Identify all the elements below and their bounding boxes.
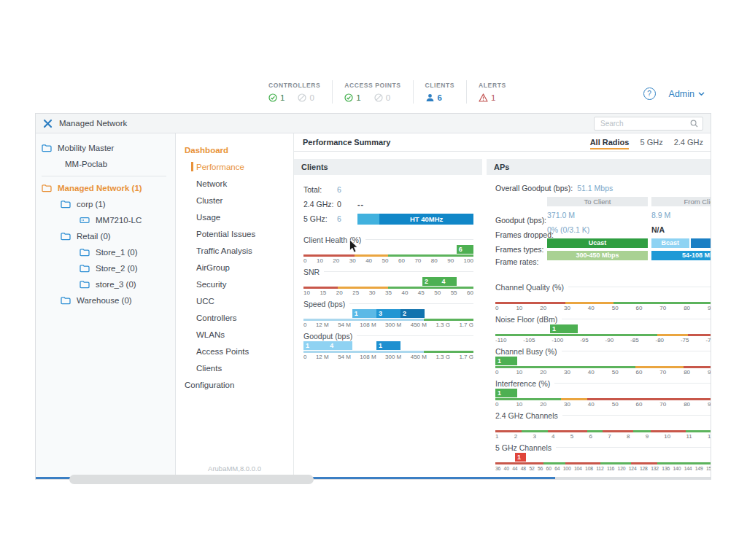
table-cell: 0% (0/3.1 K) bbox=[547, 224, 648, 236]
tree-item-mobility-master[interactable]: Mobility Master bbox=[36, 140, 175, 156]
tick-label: 64 bbox=[554, 465, 560, 472]
nav-item-ucc[interactable]: UCC bbox=[176, 292, 293, 309]
tab-5-ghz[interactable]: 5 GHz bbox=[640, 138, 662, 147]
tick-label: 124 bbox=[629, 465, 637, 472]
tick-label: 60 bbox=[636, 401, 643, 408]
radio-tabs: All Radios5 GHz2.4 GHz bbox=[590, 138, 703, 147]
axis-segment bbox=[355, 254, 389, 257]
chart-axis bbox=[303, 319, 473, 321]
axis-segment bbox=[633, 430, 651, 432]
tick-label: 100 bbox=[563, 465, 571, 472]
axis-segment bbox=[388, 254, 473, 257]
divider bbox=[365, 239, 473, 240]
nav-item-performance[interactable]: Performance bbox=[176, 158, 293, 175]
stat-controllers[interactable]: CONTROLLERS10 bbox=[257, 82, 332, 102]
axis-segment bbox=[522, 430, 548, 432]
axis-segment bbox=[338, 287, 389, 289]
stat-value: 1 bbox=[356, 93, 360, 102]
tab-all-radios[interactable]: All Radios bbox=[590, 138, 630, 149]
nav-item-label: Configuration bbox=[185, 381, 234, 389]
axis-segment bbox=[600, 462, 631, 464]
tick-label: 70 bbox=[659, 401, 666, 408]
nav-item-wlans[interactable]: WLANs bbox=[176, 326, 293, 343]
stat-clients[interactable]: CLIENTS6 bbox=[414, 82, 467, 102]
tick-label: -80 bbox=[655, 337, 664, 343]
user-menu[interactable]: Admin bbox=[669, 89, 705, 99]
nav-item-security[interactable]: Security bbox=[176, 276, 293, 292]
tree-item-warehouse-0[interactable]: Warehouse (0) bbox=[36, 292, 175, 308]
tick-label: 15 bbox=[320, 289, 326, 296]
nav-item-access-points[interactable]: Access Points bbox=[176, 343, 293, 359]
tree-item-store-3-0[interactable]: store_3 (0) bbox=[36, 276, 175, 292]
nav-item-airgroup[interactable]: AirGroup bbox=[176, 259, 293, 276]
window-title: Managed Network bbox=[59, 119, 127, 128]
stat-value: 0 bbox=[309, 93, 314, 102]
table-row-label: Goodput (bps): bbox=[495, 216, 543, 228]
tick-label: 40 bbox=[365, 257, 372, 264]
tree-item-mm7210-lc[interactable]: MM7210-LC bbox=[36, 212, 175, 228]
tick-label: 132 bbox=[651, 465, 659, 472]
chart-plot-area: 24 bbox=[303, 277, 473, 287]
chart-title: 5 GHz Channels bbox=[495, 443, 551, 452]
stat-item: 1 bbox=[344, 93, 360, 102]
tick-label: 52 bbox=[529, 465, 534, 472]
tree-item-corp-1[interactable]: corp (1) bbox=[36, 196, 175, 212]
tick-label: 144 bbox=[684, 465, 692, 472]
chart-ticks: 1015202530354045505560 bbox=[303, 289, 473, 296]
axis-segment bbox=[587, 398, 711, 400]
chart-ticks: -110-105-100-95-90-85-80-75-70 bbox=[495, 337, 711, 343]
tick-label: 9 bbox=[646, 433, 649, 440]
tick-label: 120 bbox=[618, 465, 626, 472]
tick-label: 50 bbox=[382, 257, 389, 264]
tick-label: 450 M bbox=[411, 354, 427, 360]
version-label: ArubaMM,8.0.0.0 bbox=[176, 464, 293, 472]
stat-alerts[interactable]: ALERTS1 bbox=[467, 82, 518, 102]
tab-2-4-ghz[interactable]: 2.4 GHz bbox=[674, 138, 703, 147]
nav-item-configuration[interactable]: Configuration bbox=[176, 376, 293, 393]
nav-item-usage[interactable]: Usage bbox=[176, 209, 293, 225]
stat-access-points[interactable]: ACCESS POINTS10 bbox=[333, 82, 412, 102]
nav-item-label: AirGroup bbox=[196, 263, 230, 272]
tree-item-retail-0[interactable]: Retail (0) bbox=[36, 228, 175, 244]
tick-label: 136 bbox=[662, 465, 670, 472]
tree-item-managed-network-1[interactable]: Managed Network (1) bbox=[36, 180, 175, 196]
tick-label: 30 bbox=[564, 369, 570, 376]
tick-label: 20 bbox=[540, 369, 546, 376]
nav-item-cluster[interactable]: Cluster bbox=[176, 192, 293, 209]
tree-item-store-1-0[interactable]: Store_1 (0) bbox=[36, 244, 175, 260]
nav-item-potential-issues[interactable]: Potential Issues bbox=[176, 225, 293, 242]
close-icon[interactable] bbox=[43, 119, 53, 128]
nav-item-controllers[interactable]: Controllers bbox=[176, 309, 293, 326]
search-box[interactable] bbox=[594, 117, 703, 131]
chart-bar: 4 bbox=[328, 341, 352, 350]
nav-item-network[interactable]: Network bbox=[176, 175, 293, 192]
nav-item-dashboard[interactable]: Dashboard bbox=[176, 141, 293, 158]
tick-label: 48 bbox=[521, 465, 526, 472]
nav-item-label: Clients bbox=[196, 364, 222, 373]
nav-item-label: Usage bbox=[196, 213, 220, 222]
nav-item-label: Potential Issues bbox=[196, 230, 255, 238]
axis-segment bbox=[303, 319, 424, 321]
help-icon[interactable]: ? bbox=[643, 88, 656, 100]
tick-label: -70 bbox=[705, 337, 711, 343]
divider bbox=[349, 303, 473, 304]
tree-item-mm-poclab[interactable]: MM-Poclab bbox=[36, 156, 175, 172]
nav-item-label: Dashboard bbox=[185, 146, 228, 155]
stat-row-value: 0 bbox=[337, 200, 357, 209]
tick-label: 1.7 G bbox=[459, 354, 473, 360]
search-icon bbox=[690, 120, 698, 128]
axis-segment bbox=[424, 319, 473, 321]
nav-item-clients[interactable]: Clients bbox=[176, 359, 293, 376]
axis-segment bbox=[495, 430, 522, 432]
background-window-artifact bbox=[69, 475, 314, 484]
tick-label: 20 bbox=[540, 305, 546, 311]
aps-panel-body: Overall Goodput (bps): 51.1 Mbps To Clie… bbox=[487, 175, 711, 479]
tree-item-store-2-0[interactable]: Store_2 (0) bbox=[36, 260, 175, 276]
overall-goodput-value: 51.1 Mbps bbox=[577, 184, 613, 192]
search-input[interactable] bbox=[599, 119, 690, 128]
header-user-area: ? Admin bbox=[643, 88, 705, 100]
tick-label: 70 bbox=[659, 305, 666, 311]
tick-label: 90 bbox=[708, 401, 711, 408]
chart-plot-area: 1 bbox=[495, 453, 711, 462]
nav-item-traffic-analysis[interactable]: Traffic Analysis bbox=[176, 242, 293, 259]
